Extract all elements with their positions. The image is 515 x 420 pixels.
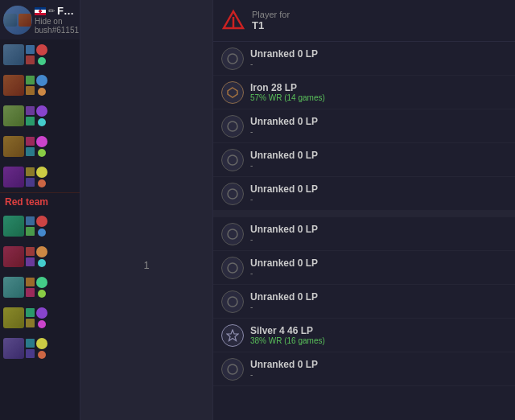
rank-title: Unranked 0 LP	[250, 291, 507, 303]
rank-icon	[221, 47, 244, 70]
rune-icons	[36, 246, 47, 267]
player-info: ✏ Faker Hide on bush#61151	[35, 5, 76, 35]
player-name: Faker	[57, 5, 76, 17]
red-team-label: Red team	[0, 192, 80, 211]
rune-icons	[36, 216, 47, 237]
rank-info: Unranked 0 LP-	[250, 359, 507, 379]
rank-title: Unranked 0 LP	[250, 359, 507, 370]
spell-2-icon	[26, 288, 35, 297]
spell-2-icon	[26, 178, 35, 187]
rank-wr: 38% WR (16 games)	[250, 336, 507, 345]
spell-2-icon	[26, 147, 35, 156]
svg-point-5	[228, 155, 237, 165]
left-player-row[interactable]	[0, 272, 80, 303]
rune-2-icon	[38, 57, 46, 65]
right-panel: Player for T1 Unranked 0 LP-Iron 28 LP57…	[213, 0, 515, 420]
rank-icon	[221, 358, 244, 381]
champ-icon	[3, 105, 24, 126]
pencil-icon: ✏	[48, 6, 55, 15]
rank-row[interactable]: Unranked 0 LP-	[213, 143, 515, 177]
rank-info: Unranked 0 LP-	[250, 150, 507, 170]
rune-2-icon	[38, 88, 46, 96]
rune-2-icon	[38, 229, 46, 237]
divider	[213, 211, 515, 217]
champ-icon	[3, 338, 24, 359]
spell-1-icon	[26, 216, 35, 225]
t1-logo	[221, 9, 245, 33]
left-player-row[interactable]	[0, 211, 80, 241]
rank-info: Unranked 0 LP-	[250, 224, 507, 244]
rank-info: Iron 28 LP57% WR (14 games)	[250, 82, 507, 102]
rank-row[interactable]: Unranked 0 LP-	[213, 109, 515, 143]
spell-2-icon	[26, 117, 35, 126]
rune-2-icon	[38, 149, 46, 157]
left-player-row[interactable]	[0, 39, 80, 70]
middle-number: 1	[143, 259, 149, 271]
left-player-row[interactable]	[0, 70, 80, 101]
rank-row[interactable]: Iron 28 LP57% WR (14 games)	[213, 76, 515, 109]
main-container: ✏ Faker Hide on bush#61151 Red team 1	[0, 0, 515, 420]
featured-player-header: ✏ Faker Hide on bush#61151	[0, 0, 80, 39]
left-player-row[interactable]	[0, 241, 80, 272]
rune-icons	[36, 167, 47, 187]
spell-icons	[26, 216, 35, 236]
red-team-rows	[0, 211, 80, 364]
rank-icon	[221, 149, 244, 171]
champ-icon	[3, 246, 24, 267]
rank-row[interactable]: Silver 4 46 LP38% WR (16 games)	[213, 319, 515, 352]
rank-sub: -	[250, 127, 507, 136]
rune-1-icon	[36, 44, 47, 56]
rank-row[interactable]: Unranked 0 LP-	[213, 285, 515, 319]
left-player-row[interactable]	[0, 333, 80, 364]
player-for-info: Player for T1	[252, 10, 290, 31]
rune-2-icon	[38, 320, 46, 328]
rank-title: Unranked 0 LP	[250, 116, 507, 127]
rune-2-icon	[38, 179, 46, 187]
spell-2-icon	[26, 56, 35, 64]
spell-2-icon	[26, 86, 35, 95]
middle-panel: 1	[80, 0, 213, 420]
spell-1-icon	[26, 45, 35, 54]
svg-point-4	[228, 121, 237, 131]
rank-title: Unranked 0 LP	[250, 48, 507, 60]
rank-row[interactable]: Unranked 0 LP-	[213, 251, 515, 285]
svg-point-6	[228, 189, 237, 199]
rank-info: Unranked 0 LP-	[250, 257, 507, 278]
spell-icons	[26, 278, 35, 297]
rank-row[interactable]: Unranked 0 LP-	[213, 177, 515, 211]
rank-row[interactable]: Unranked 0 LP-	[213, 42, 515, 76]
left-player-row[interactable]	[0, 131, 80, 162]
rune-1-icon	[36, 105, 47, 117]
player-for-section: Player for T1	[213, 0, 515, 42]
spell-icons	[26, 247, 35, 266]
left-player-row[interactable]	[0, 162, 80, 192]
svg-point-2	[228, 54, 237, 64]
spell-1-icon	[26, 167, 35, 176]
rune-icons	[36, 44, 47, 65]
rank-row[interactable]: Unranked 0 LP-	[213, 217, 515, 251]
rank-title: Unranked 0 LP	[250, 257, 507, 269]
spell-icons	[26, 167, 35, 187]
rank-icon	[221, 324, 244, 347]
rune-1-icon	[36, 307, 47, 319]
left-player-row[interactable]	[0, 101, 80, 131]
rank-row[interactable]: Unranked 0 LP-	[213, 352, 515, 386]
rune-1-icon	[36, 136, 47, 147]
svg-point-9	[228, 297, 237, 307]
champ-icon	[3, 167, 24, 187]
avatar	[3, 6, 32, 35]
rank-title: Unranked 0 LP	[250, 150, 507, 161]
rank-sub: -	[250, 195, 507, 204]
left-panel: ✏ Faker Hide on bush#61151 Red team	[0, 0, 80, 420]
left-player-row[interactable]	[0, 303, 80, 333]
spell-1-icon	[26, 278, 35, 286]
rank-info: Unranked 0 LP-	[250, 183, 507, 204]
rank-sub: -	[250, 303, 507, 311]
right-blue-rows: Unranked 0 LP-Iron 28 LP57% WR (14 games…	[213, 42, 515, 211]
spell-1-icon	[26, 247, 35, 256]
spell-2-icon	[26, 227, 35, 236]
spell-1-icon	[26, 137, 35, 146]
spell-1-icon	[26, 106, 35, 115]
rank-title: Unranked 0 LP	[250, 183, 507, 195]
rank-sub: -	[250, 235, 507, 244]
